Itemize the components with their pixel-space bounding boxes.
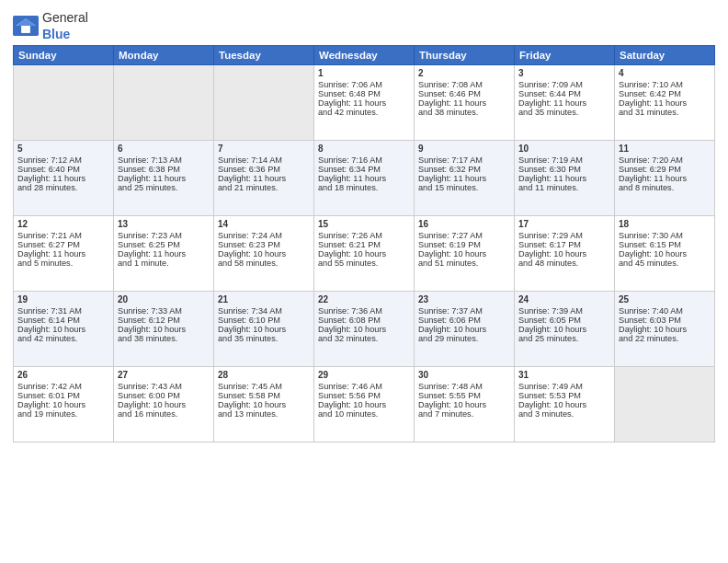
cell-info-line: Sunset: 6:15 PM — [619, 240, 711, 249]
cell-info-line: Sunrise: 7:16 AM — [318, 155, 410, 165]
cell-info-line: and 21 minutes. — [218, 183, 310, 192]
cell-info-line: Sunset: 6:14 PM — [17, 316, 109, 325]
cell-info-line: Sunrise: 7:13 AM — [118, 155, 210, 165]
cell-info-line: Daylight: 10 hours — [418, 249, 510, 259]
logo-text-block: General Blue — [42, 9, 88, 41]
cell-info-line: Sunrise: 7:26 AM — [318, 231, 410, 240]
calendar-week-row: 26Sunrise: 7:42 AMSunset: 6:01 PMDayligh… — [14, 367, 715, 442]
day-number: 24 — [518, 294, 610, 304]
cell-info-line: Sunset: 6:34 PM — [318, 165, 410, 174]
cell-info-line: Sunset: 6:01 PM — [17, 391, 109, 400]
cell-info-line: and 29 minutes. — [418, 334, 510, 343]
cell-info-line: Sunrise: 7:46 AM — [318, 382, 410, 391]
calendar-cell: 22Sunrise: 7:36 AMSunset: 6:08 PMDayligh… — [314, 292, 415, 367]
day-number: 21 — [218, 294, 310, 304]
cell-info-line: Sunrise: 7:19 AM — [518, 155, 610, 165]
day-number: 9 — [418, 144, 510, 154]
cell-info-line: Daylight: 11 hours — [619, 98, 711, 108]
cell-info-line: Daylight: 10 hours — [218, 325, 310, 334]
cell-info-line: and 11 minutes. — [518, 183, 610, 192]
cell-info-line: Daylight: 11 hours — [318, 174, 410, 183]
cell-info-line: Daylight: 10 hours — [518, 249, 610, 259]
cell-info-line: and 3 minutes. — [518, 409, 610, 419]
calendar-cell: 9Sunrise: 7:17 AMSunset: 6:32 PMDaylight… — [415, 141, 515, 216]
cell-info-line: and 15 minutes. — [418, 183, 510, 192]
calendar-cell: 18Sunrise: 7:30 AMSunset: 6:15 PMDayligh… — [615, 216, 715, 292]
cell-info-line: Sunset: 6:10 PM — [218, 316, 310, 325]
svg-rect-2 — [21, 26, 29, 33]
cell-info-line: Daylight: 11 hours — [318, 98, 410, 108]
day-number: 10 — [518, 144, 610, 154]
cell-info-line: Sunset: 6:27 PM — [17, 240, 109, 249]
cell-info-line: Daylight: 10 hours — [218, 249, 310, 259]
cell-info-line: Sunset: 6:36 PM — [218, 165, 310, 174]
cell-info-line: Daylight: 11 hours — [118, 174, 210, 183]
cell-info-line: Daylight: 11 hours — [518, 98, 610, 108]
cell-info-line: Sunset: 6:48 PM — [318, 89, 410, 98]
cell-info-line: and 32 minutes. — [318, 334, 410, 343]
weekday-header-row: SundayMondayTuesdayWednesdayThursdayFrid… — [14, 46, 715, 65]
weekday-header: Monday — [114, 46, 214, 65]
day-number: 5 — [17, 144, 109, 154]
cell-info-line: and 16 minutes. — [118, 409, 210, 419]
day-number: 19 — [17, 294, 109, 304]
weekday-header: Saturday — [615, 46, 715, 65]
day-number: 4 — [619, 68, 711, 78]
day-number: 30 — [418, 370, 510, 380]
cell-info-line: Daylight: 10 hours — [619, 325, 711, 334]
cell-info-line: Daylight: 11 hours — [619, 174, 711, 183]
calendar-cell: 1Sunrise: 7:06 AMSunset: 6:48 PMDaylight… — [314, 65, 415, 141]
calendar-week-row: 19Sunrise: 7:31 AMSunset: 6:14 PMDayligh… — [14, 292, 715, 367]
weekday-header: Friday — [515, 46, 615, 65]
day-number: 15 — [318, 219, 410, 229]
cell-info-line: Sunrise: 7:33 AM — [118, 306, 210, 316]
cell-info-line: Daylight: 11 hours — [218, 174, 310, 183]
day-number: 1 — [318, 68, 410, 78]
cell-info-line: Sunset: 5:58 PM — [218, 391, 310, 400]
calendar-week-row: 12Sunrise: 7:21 AMSunset: 6:27 PMDayligh… — [14, 216, 715, 292]
calendar-cell: 23Sunrise: 7:37 AMSunset: 6:06 PMDayligh… — [415, 292, 515, 367]
calendar-cell: 20Sunrise: 7:33 AMSunset: 6:12 PMDayligh… — [114, 292, 214, 367]
cell-info-line: Sunrise: 7:14 AM — [218, 155, 310, 165]
calendar-cell: 19Sunrise: 7:31 AMSunset: 6:14 PMDayligh… — [14, 292, 114, 367]
calendar-cell: 7Sunrise: 7:14 AMSunset: 6:36 PMDaylight… — [214, 141, 314, 216]
day-number: 2 — [418, 68, 510, 78]
cell-info-line: Sunset: 6:40 PM — [17, 165, 109, 174]
cell-info-line: Sunrise: 7:43 AM — [118, 382, 210, 391]
calendar-cell: 16Sunrise: 7:27 AMSunset: 6:19 PMDayligh… — [415, 216, 515, 292]
day-number: 31 — [518, 370, 610, 380]
cell-info-line: Daylight: 10 hours — [418, 400, 510, 409]
cell-info-line: Daylight: 10 hours — [318, 325, 410, 334]
calendar-cell: 4Sunrise: 7:10 AMSunset: 6:42 PMDaylight… — [615, 65, 715, 141]
calendar-week-row: 5Sunrise: 7:12 AMSunset: 6:40 PMDaylight… — [14, 141, 715, 216]
cell-info-line: Sunrise: 7:31 AM — [17, 306, 109, 316]
day-number: 20 — [118, 294, 210, 304]
cell-info-line: Sunset: 6:46 PM — [418, 89, 510, 98]
logo-icon — [13, 16, 39, 36]
cell-info-line: and 22 minutes. — [619, 334, 711, 343]
day-number: 25 — [619, 294, 711, 304]
cell-info-line: Sunset: 6:44 PM — [518, 89, 610, 98]
cell-info-line: and 42 minutes. — [318, 108, 410, 117]
cell-info-line: Daylight: 11 hours — [17, 174, 109, 183]
calendar-cell — [14, 65, 114, 141]
calendar-cell: 24Sunrise: 7:39 AMSunset: 6:05 PMDayligh… — [515, 292, 615, 367]
day-number: 8 — [318, 144, 410, 154]
cell-info-line: Sunrise: 7:42 AM — [17, 382, 109, 391]
day-number: 13 — [118, 219, 210, 229]
cell-info-line: Sunrise: 7:48 AM — [418, 382, 510, 391]
calendar-cell: 2Sunrise: 7:08 AMSunset: 6:46 PMDaylight… — [415, 65, 515, 141]
day-number: 16 — [418, 219, 510, 229]
cell-info-line: Daylight: 10 hours — [118, 325, 210, 334]
calendar-cell: 10Sunrise: 7:19 AMSunset: 6:30 PMDayligh… — [515, 141, 615, 216]
calendar-cell: 14Sunrise: 7:24 AMSunset: 6:23 PMDayligh… — [214, 216, 314, 292]
calendar-cell: 3Sunrise: 7:09 AMSunset: 6:44 PMDaylight… — [515, 65, 615, 141]
calendar-cell: 25Sunrise: 7:40 AMSunset: 6:03 PMDayligh… — [615, 292, 715, 367]
cell-info-line: Sunrise: 7:21 AM — [17, 231, 109, 240]
cell-info-line: Sunrise: 7:20 AM — [619, 155, 711, 165]
cell-info-line: and 48 minutes. — [518, 259, 610, 268]
cell-info-line: Daylight: 10 hours — [17, 400, 109, 409]
cell-info-line: and 38 minutes. — [118, 334, 210, 343]
logo-general: General — [42, 10, 88, 25]
logo-blue: Blue — [42, 27, 70, 41]
